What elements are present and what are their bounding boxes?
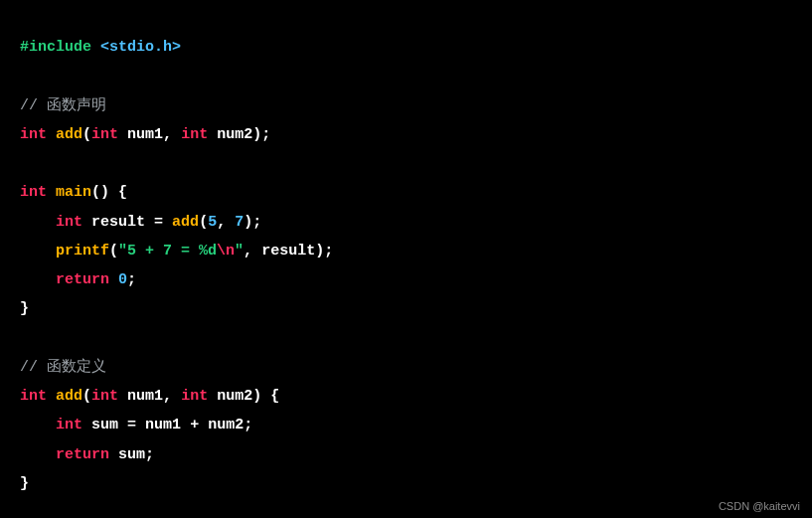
- comment-declaration: // 函数声明: [20, 97, 106, 114]
- function-printf: printf: [56, 243, 109, 259]
- watermark-text: CSDN @kaitevvi: [719, 500, 800, 512]
- keyword-return: return: [56, 271, 109, 288]
- identifier-sum: sum: [91, 417, 118, 433]
- keyword-int: int: [20, 126, 47, 143]
- identifier-result: result: [91, 214, 145, 231]
- function-main: main: [56, 184, 91, 201]
- include-header: <stdio.h>: [100, 39, 181, 56]
- comment-definition: // 函数定义: [20, 359, 106, 376]
- preprocessor-directive: #include: [20, 39, 91, 56]
- code-snippet: #include <stdio.h> // 函数声明 int add(int n…: [0, 15, 812, 516]
- function-add: add: [56, 126, 82, 143]
